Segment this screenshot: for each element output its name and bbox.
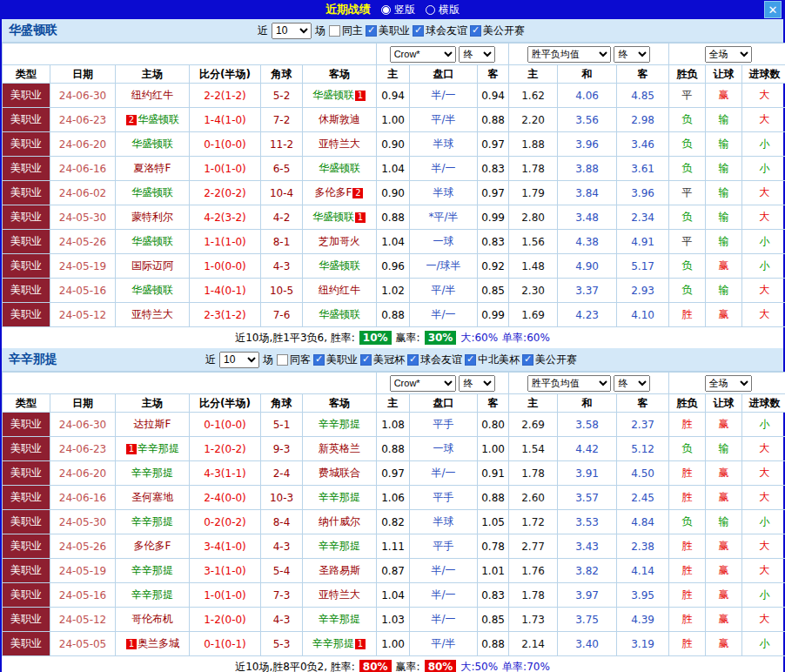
scope-select[interactable]: 全场 [705, 46, 752, 63]
team-link: 辛辛那提 [319, 540, 360, 552]
team-link: 夏洛特F [134, 162, 171, 174]
league-checkbox-label: 球会友谊 [426, 24, 467, 38]
result-cell: 胜 [669, 559, 706, 583]
checkbox-checked-icon[interactable] [413, 25, 424, 37]
checkbox-checked-icon[interactable] [313, 354, 325, 366]
scope-select[interactable]: 全场 [705, 375, 752, 392]
column-header: 客 [617, 65, 669, 84]
checkbox-checked-icon[interactable] [522, 354, 533, 366]
bookmaker-select[interactable]: Crow* [390, 375, 456, 392]
ah-away-cell: 0.78 [478, 534, 509, 559]
close-button[interactable]: ✕ [764, 1, 782, 18]
checkbox-checked-icon[interactable] [366, 25, 377, 37]
odds-draw-cell: 4.42 [558, 437, 617, 461]
team-link: 圣路易斯 [319, 564, 360, 576]
corner-cell: 10-3 [261, 486, 303, 510]
euro-odds-select[interactable]: 胜平负均值 [527, 375, 611, 392]
checkbox-checked-icon[interactable] [360, 354, 372, 366]
layout-radio-horizontal[interactable]: 横版 [426, 3, 460, 17]
asian-final-select[interactable]: 终 [459, 375, 495, 392]
result-cell: 胜 [669, 534, 706, 559]
score-cell: 2-2(0-2) [190, 181, 261, 205]
odds-draw-cell: 3.75 [558, 608, 617, 632]
date-cell: 24-06-20 [50, 461, 116, 486]
league-checkbox[interactable]: 美职业 [366, 24, 410, 38]
column-header: 客场 [303, 394, 377, 413]
radio-unselected-icon[interactable] [426, 5, 435, 15]
rank-badge: 1 [126, 639, 137, 649]
handicap-result-cell: 赢 [706, 84, 742, 108]
home-team-cell: 辛辛那提 [116, 510, 190, 534]
handicap-cell: 平/半 [410, 632, 478, 656]
radio-horizontal-label: 横版 [439, 3, 460, 17]
radio-selected-icon[interactable] [381, 5, 391, 15]
euro-final-select[interactable]: 终 [614, 46, 650, 63]
ah-away-cell: 0.97 [478, 132, 509, 157]
result-cell: 负 [669, 157, 706, 181]
odds-draw-cell: 4.90 [558, 254, 617, 279]
matches-table: Crow* 终 胜平负均值 终 全场 类型日期主场比分(半场)角球客场主盘口客主… [2, 43, 785, 327]
euro-final-select[interactable]: 终 [614, 375, 650, 392]
odds-home-cell: 2.20 [509, 108, 558, 132]
match-row: 美职业24-05-16华盛顿联1-4(0-1)10-5纽约红牛1.02平/半0.… [3, 279, 785, 303]
odds-away-cell: 5.12 [617, 437, 669, 461]
scope-filter: 全场 [669, 373, 785, 394]
league-checkbox[interactable]: 球会友谊 [413, 24, 467, 38]
league-cell: 美职业 [3, 108, 50, 132]
score-cell: 1-0(1-0) [190, 157, 261, 181]
odds-draw-cell: 3.53 [558, 510, 617, 534]
checkbox-checked-icon[interactable] [407, 354, 419, 366]
league-checkbox-label: 球会友谊 [420, 353, 462, 367]
column-header: 主 [377, 65, 410, 84]
team-link: 辛辛那提 [312, 637, 354, 649]
ah-home-cell: 1.04 [377, 583, 410, 608]
odds-home-cell: 1.78 [509, 583, 558, 608]
home-team-cell: 1奥兰多城 [116, 632, 190, 656]
match-row: 美职业24-06-20华盛顿联0-1(0-0)11-2亚特兰大0.90半球0.9… [3, 132, 785, 157]
match-row: 美职业24-06-232华盛顿联1-4(1-0)7-2休斯敦迪1.00平/半0.… [3, 108, 785, 132]
league-cell: 美职业 [3, 437, 50, 461]
league-filters: 同主美职业球会友谊美公开赛 [329, 24, 527, 38]
away-team-cell: 新英格兰 [303, 437, 377, 461]
result-cell: 负 [669, 437, 706, 461]
result-cell: 胜 [669, 583, 706, 608]
league-checkbox[interactable]: 美公开赛 [470, 24, 525, 38]
league-checkbox[interactable]: 球会友谊 [407, 353, 462, 367]
league-checkbox[interactable]: 同主 [329, 24, 363, 38]
match-row: 美职业24-05-26多伦多F3-4(1-0)4-3辛辛那提1.11平手0.78… [3, 534, 785, 559]
column-header: 日期 [50, 394, 116, 413]
checkbox-checked-icon[interactable] [465, 354, 476, 366]
match-row: 美职业24-05-30辛辛那提0-2(0-2)8-4纳什威尔0.82半球1.05… [3, 510, 785, 534]
layout-radio-vertical[interactable]: 竖版 [381, 3, 415, 17]
ah-away-cell: 0.85 [478, 279, 509, 303]
odds-draw-cell: 3.48 [558, 205, 617, 230]
team-link: 休斯敦迪 [319, 113, 360, 125]
euro-odds-select[interactable]: 胜平负均值 [527, 46, 611, 63]
asian-final-select[interactable]: 终 [459, 46, 495, 63]
handicap-cell: 半球 [410, 510, 478, 534]
column-header: 主 [509, 65, 558, 84]
games-count-select[interactable]: 10 [219, 352, 259, 368]
checkbox-checked-icon[interactable] [470, 25, 481, 37]
games-count-select[interactable]: 10 [272, 23, 312, 39]
summary-mid: 赢率: [396, 331, 420, 346]
ah-home-cell: 0.88 [377, 205, 410, 230]
league-checkbox[interactable]: 同客 [277, 353, 311, 367]
odds-draw-cell: 3.82 [558, 559, 617, 583]
checkbox-unchecked-icon[interactable] [277, 354, 288, 366]
league-checkbox[interactable]: 美冠杯 [360, 353, 405, 367]
date-cell: 24-06-16 [50, 486, 116, 510]
league-checkbox[interactable]: 中北美杯 [465, 353, 520, 367]
rank-badge: 1 [355, 91, 366, 101]
result-cell: 胜 [669, 413, 706, 437]
ah-home-cell: 0.88 [377, 437, 410, 461]
league-checkbox[interactable]: 美职业 [313, 353, 358, 367]
scope-filter: 全场 [669, 44, 785, 65]
away-team-cell: 亚特兰大 [303, 132, 377, 157]
league-checkbox[interactable]: 美公开赛 [522, 353, 577, 367]
bookmaker-select[interactable]: Crow* [390, 46, 456, 63]
checkbox-unchecked-icon[interactable] [329, 25, 340, 37]
away-team-cell: 华盛顿联 [303, 303, 377, 327]
team-link: 达拉斯F [134, 418, 171, 430]
odds-home-cell: 1.76 [509, 559, 558, 583]
